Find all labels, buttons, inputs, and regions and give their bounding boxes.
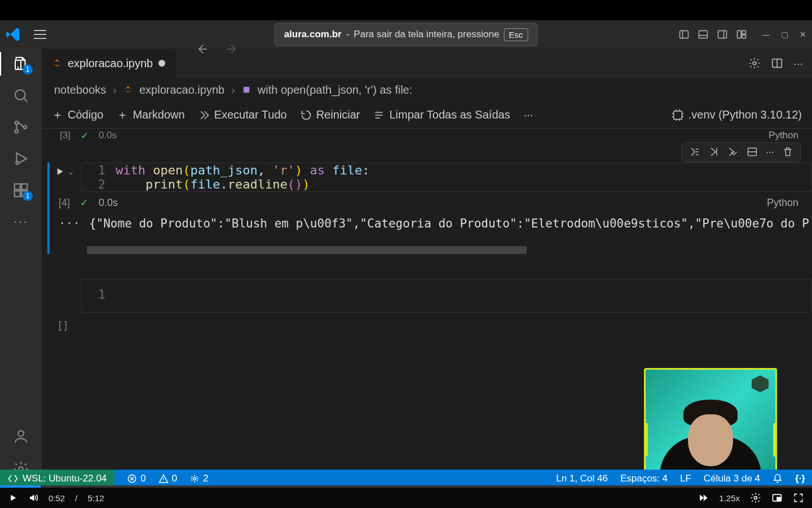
close-button[interactable]: ✕ (800, 30, 806, 39)
video-controls: 0:52 / 5:12 1.25x (0, 488, 812, 508)
empty-code-cell[interactable]: 1 (47, 279, 812, 313)
svg-rect-12 (15, 191, 20, 196)
window-controls: — ▢ ✕ (762, 30, 806, 39)
playback-speed[interactable]: 1.25x (719, 493, 740, 503)
svg-point-8 (15, 130, 19, 133)
code-editor[interactable]: 1 with open(path_json, 'r') as file: 2 p… (81, 163, 812, 192)
title-bar: alura.com.br - Para sair da tela inteira… (0, 20, 812, 49)
vscode-window: alura.com.br - Para sair da tela inteira… (0, 20, 812, 488)
svg-rect-11 (15, 184, 20, 190)
toggle-primary-sidebar-icon[interactable] (678, 29, 690, 40)
breadcrumb-symbol[interactable]: with open(path_json, 'r') as file: (258, 84, 412, 97)
add-code-cell-button[interactable]: ＋Código (52, 107, 103, 122)
toggle-secondary-sidebar-icon[interactable] (717, 29, 728, 40)
svg-point-7 (15, 121, 19, 125)
ports-count[interactable]: 2 (189, 473, 208, 484)
extensions-badge: 1 (23, 191, 33, 201)
exec-time: 0.0s (99, 130, 117, 141)
cell-status-row: [4] ✓ 0.0s Python (47, 192, 812, 213)
split-editor-icon[interactable] (771, 57, 783, 70)
cell-language[interactable]: Python (767, 197, 812, 209)
svg-point-26 (754, 497, 757, 500)
toolbar-more-icon[interactable]: ··· (524, 108, 533, 121)
tab-more-icon[interactable]: ··· (793, 57, 803, 70)
chevron-right-icon: › (231, 84, 235, 97)
execute-below-icon[interactable] (727, 146, 739, 158)
svg-point-6 (15, 90, 25, 100)
skip-forward-icon[interactable] (698, 492, 709, 503)
tab-exploracao[interactable]: exploracao.ipynb (42, 49, 175, 78)
chevron-right-icon: › (113, 84, 117, 97)
extensions-icon[interactable]: 1 (12, 182, 29, 199)
eol[interactable]: LF (680, 473, 691, 484)
jupyter-icon (123, 85, 133, 94)
output-scrollbar[interactable] (87, 246, 527, 254)
cell-position[interactable]: Célula 3 de 4 (704, 473, 760, 484)
menu-button[interactable] (30, 27, 50, 42)
accounts-icon[interactable] (12, 428, 29, 445)
fullscreen-exit-hint: alura.com.br - Para sair da tela inteira… (275, 23, 538, 46)
svg-point-25 (193, 478, 196, 480)
exec-time: 0.0s (99, 197, 118, 209)
fullscreen-icon[interactable] (793, 492, 804, 503)
run-all-button[interactable]: Executar Tudo (198, 108, 287, 121)
svg-point-10 (16, 161, 19, 164)
checkmark-icon: ✓ (81, 130, 89, 142)
maximize-button[interactable]: ▢ (781, 30, 788, 39)
cell-language: Python (769, 130, 812, 141)
notebook-settings-icon[interactable] (748, 57, 761, 70)
volume-icon[interactable] (28, 493, 38, 503)
source-control-icon[interactable] (12, 119, 29, 135)
output-expand-icon[interactable]: ··· (59, 217, 80, 230)
svg-point-18 (753, 62, 757, 65)
clear-outputs-button[interactable]: Limpar Todas as Saídas (373, 108, 510, 121)
activity-bar: 1 1 ··· (0, 49, 42, 488)
presenter-webcam (644, 368, 777, 478)
explorer-badge: 1 (23, 64, 33, 75)
play-button[interactable] (8, 493, 18, 503)
video-progress-bar[interactable] (0, 485, 812, 488)
kernel-picker[interactable]: .venv (Python 3.10.12) (672, 108, 802, 121)
split-cell-icon[interactable] (747, 146, 758, 158)
explorer-icon[interactable]: 1 (12, 55, 29, 72)
warnings-count[interactable]: 0 (158, 473, 177, 484)
cell-more-icon[interactable]: ··· (766, 146, 774, 158)
breadcrumb-folder[interactable]: notebooks (54, 84, 106, 97)
editor-area: exploracao.ipynb ··· notebooks › explora… (42, 49, 812, 488)
run-debug-icon[interactable] (12, 150, 29, 167)
bell-icon[interactable] (773, 474, 783, 484)
previous-cell-status: [3] ✓ 0.0s Python (47, 129, 812, 142)
svg-rect-1 (699, 30, 708, 38)
toggle-panel-icon[interactable] (698, 29, 709, 40)
svg-rect-0 (680, 30, 689, 38)
restart-kernel-button[interactable]: Reiniciar (301, 108, 360, 121)
exec-count: [4] (59, 197, 70, 209)
pip-icon[interactable] (771, 492, 783, 503)
run-cell-icon[interactable] (54, 166, 65, 177)
delete-cell-icon[interactable] (782, 146, 793, 158)
chevron-down-icon[interactable]: ⌄ (68, 167, 74, 176)
unsaved-indicator-icon (158, 60, 165, 67)
svg-rect-3 (738, 30, 742, 38)
indentation[interactable]: Espaços: 4 (620, 473, 668, 484)
minimize-button[interactable]: — (762, 30, 770, 39)
svg-rect-14 (21, 184, 27, 190)
errors-count[interactable]: 0 (127, 473, 145, 484)
nav-forward-icon[interactable] (222, 40, 240, 58)
empty-cell-exec-count: [ ] (47, 313, 812, 331)
customize-layout-icon[interactable] (736, 29, 747, 40)
video-settings-icon[interactable] (750, 492, 761, 503)
nav-back-icon[interactable] (194, 40, 212, 58)
add-markdown-cell-button[interactable]: ＋Markdown (117, 107, 184, 122)
cell-selection-indicator (47, 163, 50, 254)
cursor-position[interactable]: Ln 1, Col 46 (556, 473, 608, 484)
breadcrumb[interactable]: notebooks › exploracao.ipynb › with open… (42, 78, 812, 102)
execute-above-icon[interactable] (708, 146, 720, 158)
more-icon[interactable]: ··· (14, 213, 28, 229)
vscode-logo-icon (6, 27, 21, 42)
json-icon[interactable]: {·} (795, 473, 805, 484)
run-by-line-icon[interactable] (689, 146, 700, 158)
layout-controls (678, 29, 747, 40)
search-icon[interactable] (12, 87, 29, 104)
breadcrumb-file[interactable]: exploracao.ipynb (139, 84, 224, 97)
